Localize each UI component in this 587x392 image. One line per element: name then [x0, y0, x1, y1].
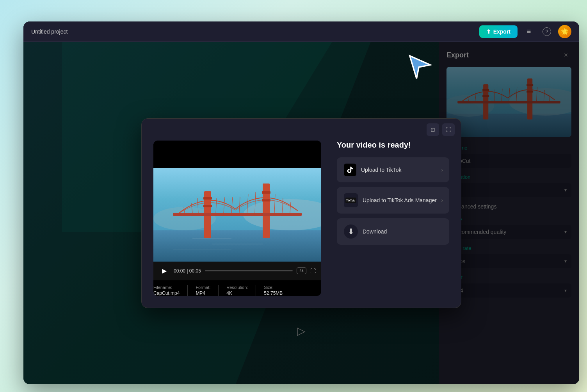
video-controls: ▶ 00:00 | 00:05 4k	[153, 262, 321, 280]
avatar-button[interactable]: 🌟	[558, 25, 571, 38]
play-button[interactable]: ▶	[159, 265, 170, 276]
svg-text:Ads: Ads	[351, 200, 355, 201]
export-modal: ⊡ ⛶	[141, 118, 461, 308]
download-button[interactable]: ⬇ Download	[337, 218, 449, 245]
modal-right: Your video is ready! Upload to TikTok ›	[337, 141, 449, 296]
export-button-label: Export	[493, 29, 511, 35]
layers-icon: ≡	[527, 27, 531, 36]
meta-divider-1	[187, 285, 188, 296]
svg-rect-9	[203, 197, 212, 200]
video-frame	[153, 141, 321, 262]
svg-rect-10	[203, 205, 212, 207]
top-bar-actions: ⬆ Export ≡ ? 🌟	[479, 25, 571, 38]
upload-tiktok-ads-button[interactable]: TikTok Ads Upload to TikTok Ads Manager …	[337, 187, 449, 214]
chevron-right-icon-2: ›	[441, 197, 443, 203]
meta-format: Format: MP4	[196, 285, 210, 296]
export-upload-icon: ⬆	[486, 29, 491, 35]
upload-tiktok-button[interactable]: Upload to TikTok ›	[337, 157, 449, 182]
meta-divider-3	[256, 285, 256, 296]
player-fullscreen-button[interactable]: ⛶	[310, 268, 316, 274]
video-player: ▶ 00:00 | 00:05 4k	[153, 141, 321, 296]
chevron-right-icon: ›	[441, 167, 443, 173]
progress-bar[interactable]	[205, 270, 293, 271]
quality-badge: 4k	[297, 267, 306, 274]
download-label: Download	[363, 228, 387, 235]
top-bar: Untitled project ⬆ Export ≡ ? 🌟	[23, 21, 579, 42]
resolution-label: Resolution:	[226, 285, 248, 290]
meta-filename: Filename: CapCut.mp4	[153, 285, 180, 296]
tiktok-ads-icon: TikTok Ads	[344, 193, 358, 207]
feedback-icon: ⊡	[430, 127, 435, 133]
tiktok-icon	[344, 164, 356, 176]
layers-button[interactable]: ≡	[522, 25, 535, 38]
meta-size: Size: 52.75MB	[264, 285, 283, 296]
svg-rect-4	[153, 230, 321, 262]
video-black-top	[153, 141, 321, 168]
size-value: 52.75MB	[264, 290, 283, 296]
export-button[interactable]: ⬆ Export	[479, 25, 518, 38]
meta-divider-2	[218, 285, 219, 296]
play-icon: ▶	[162, 267, 167, 274]
modal-body: ▶ 00:00 | 00:05 4k	[142, 141, 461, 308]
fullscreen-icon: ⛶	[310, 268, 316, 274]
feedback-icon-button[interactable]: ⊡	[427, 123, 439, 136]
filename-label: Filename:	[153, 285, 180, 290]
video-ready-title: Your video is ready!	[337, 141, 449, 150]
current-time: 00:00	[174, 268, 185, 274]
main-content: ▷ ⊡ ⛶	[23, 42, 579, 384]
avatar: 🌟	[561, 28, 569, 35]
upload-tiktok-ads-label: Upload to TikTok Ads Manager	[363, 197, 437, 203]
svg-marker-2	[410, 56, 430, 78]
fullscreen-icon-button[interactable]: ⛶	[442, 123, 455, 136]
upload-tiktok-label: Upload to TikTok	[361, 167, 402, 173]
modal-overlay: ⊡ ⛶	[23, 42, 579, 384]
help-icon: ?	[543, 27, 551, 36]
modal-top-bar: ⊡ ⛶	[142, 119, 461, 141]
total-time: 00:05	[189, 268, 201, 274]
format-value: MP4	[196, 290, 210, 296]
download-icon: ⬇	[348, 227, 354, 236]
meta-resolution: Resolution: 4K	[226, 285, 248, 296]
help-button[interactable]: ?	[540, 25, 553, 38]
time-display: 00:00 | 00:05	[174, 268, 201, 274]
svg-rect-13	[173, 213, 302, 216]
filename-value: CapCut.mp4	[153, 290, 180, 296]
project-title: Untitled project	[31, 29, 68, 35]
app-window: Untitled project ⬆ Export ≡ ? 🌟	[23, 21, 579, 384]
download-icon-wrap: ⬇	[344, 225, 358, 239]
svg-rect-11	[262, 191, 270, 194]
video-meta: Filename: CapCut.mp4 Format: MP4 Resolut…	[153, 280, 321, 296]
video-image	[153, 168, 321, 262]
cursor-arrow	[407, 53, 435, 81]
size-label: Size:	[264, 285, 283, 290]
fullscreen-icon: ⛶	[446, 127, 451, 133]
resolution-value: 4K	[226, 290, 248, 296]
format-label: Format:	[196, 285, 210, 290]
